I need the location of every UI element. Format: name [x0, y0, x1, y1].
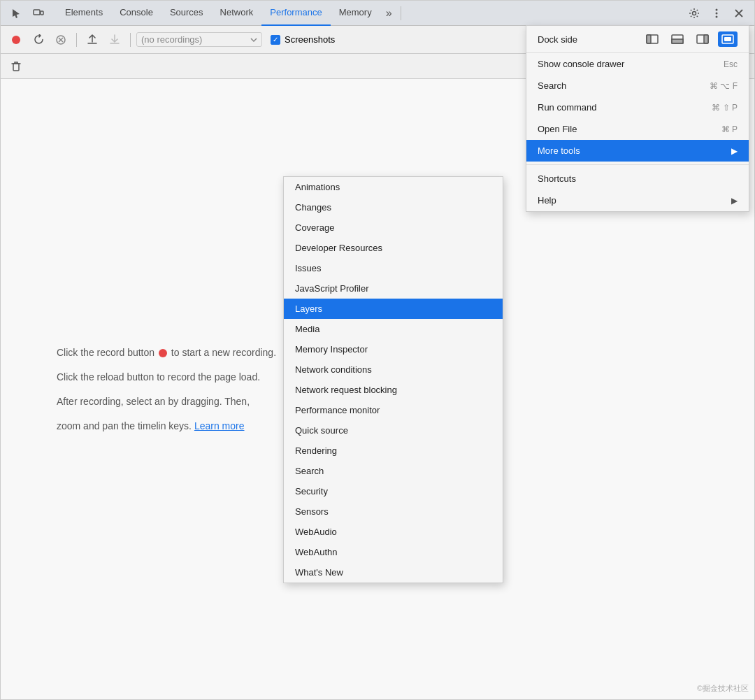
tab-console[interactable]: Console — [111, 1, 161, 26]
upload-button[interactable] — [82, 30, 102, 50]
menu-show-console-drawer[interactable]: Show console drawer Esc — [526, 53, 749, 75]
svg-point-2 — [693, 11, 696, 15]
dock-bottom-button[interactable] — [668, 31, 687, 47]
tab-separator — [401, 6, 401, 20]
more-tools-item-issues[interactable]: Issues — [284, 258, 503, 278]
instruction-line2: Click the reload button to record the pa… — [57, 365, 276, 390]
more-tools-item-network-conditions[interactable]: Network conditions — [284, 359, 503, 380]
svg-point-8 — [12, 36, 20, 44]
help-arrow: ▶ — [731, 196, 738, 206]
more-tools-item-search[interactable]: Search — [284, 461, 503, 481]
menu-open-file[interactable]: Open File ⌘ P — [526, 118, 749, 140]
instruction-line3: After recording, select an by dragging. … — [57, 390, 276, 414]
more-tools-item-sensors[interactable]: Sensors — [284, 501, 503, 522]
watermark: ©掘金技术社区 — [697, 680, 749, 697]
more-tools-item-webaudio[interactable]: WebAudio — [284, 522, 503, 542]
clear-button[interactable] — [6, 57, 26, 76]
tab-elements[interactable]: Elements — [57, 1, 111, 26]
screenshots-label[interactable]: ✓ Screenshots — [271, 34, 335, 45]
more-tools-item-memory-inspector[interactable]: Memory Inspector — [284, 339, 503, 359]
svg-rect-15 — [672, 39, 683, 43]
svg-rect-17 — [704, 35, 708, 43]
more-tools-item-security[interactable]: Security — [284, 481, 503, 501]
tab-bar: Elements Console Sources Network Perform… — [1, 1, 754, 26]
tab-performance[interactable]: Performance — [261, 1, 330, 26]
menu-run-command[interactable]: Run command ⌘ ⇧ P — [526, 97, 749, 118]
more-tools-item-webauthn[interactable]: WebAuthn — [284, 542, 503, 562]
devtools-main-menu[interactable]: Dock side — [526, 25, 749, 212]
recording-select[interactable]: (no recordings) — [136, 32, 262, 47]
screenshots-checkbox[interactable]: ✓ — [271, 35, 280, 45]
more-tools-item-javascript-profiler[interactable]: JavaScript Profiler — [284, 278, 503, 299]
dock-right-button[interactable] — [693, 31, 712, 47]
menu-shortcuts[interactable]: Shortcuts — [526, 168, 749, 190]
tab-memory[interactable]: Memory — [331, 1, 380, 26]
tab-network[interactable]: Network — [212, 1, 262, 26]
menu-search[interactable]: Search ⌘ ⌥ F — [526, 75, 749, 97]
more-tools-item-rendering[interactable]: Rendering — [284, 441, 503, 461]
more-tools-item-performance-monitor[interactable]: Performance monitor — [284, 400, 503, 420]
menu-more-tools[interactable]: More tools ▶ — [526, 140, 749, 162]
more-tools-item-media[interactable]: Media — [284, 319, 503, 339]
tab-settings — [684, 3, 749, 23]
more-tools-item-whats-new[interactable]: What's New — [284, 562, 503, 583]
instruction-line1: Click the record button to start a new r… — [57, 341, 276, 365]
svg-point-3 — [716, 8, 718, 10]
svg-rect-0 — [34, 10, 40, 15]
stop-button[interactable] — [51, 30, 71, 50]
svg-rect-1 — [41, 11, 43, 15]
tab-sources[interactable]: Sources — [161, 1, 212, 26]
instructions: Click the record button to start a new r… — [57, 341, 276, 438]
cursor-icon[interactable] — [6, 3, 26, 23]
more-tools-item-coverage[interactable]: Coverage — [284, 217, 503, 238]
kebab-menu-icon[interactable] — [707, 3, 726, 23]
more-tools-item-network-request-blocking[interactable]: Network request blocking — [284, 380, 503, 400]
download-button[interactable] — [105, 30, 124, 50]
menu-separator-1 — [526, 164, 749, 165]
more-tools-item-changes[interactable]: Changes — [284, 197, 503, 217]
dock-left-button[interactable] — [642, 31, 662, 47]
tab-more-btn[interactable]: » — [380, 1, 398, 26]
instruction-line4: zoom and pan the timelin keys. Learn mor… — [57, 414, 276, 438]
tab-icons — [6, 3, 48, 23]
svg-rect-13 — [647, 35, 651, 43]
learn-more-link[interactable]: Learn more — [194, 420, 245, 431]
svg-point-4 — [716, 12, 718, 14]
toolbar-separator-1 — [76, 33, 77, 47]
record-button[interactable] — [6, 30, 26, 50]
more-tools-item-animations[interactable]: Animations — [284, 177, 503, 197]
dock-undock-button[interactable] — [718, 31, 738, 47]
more-tools-arrow: ▶ — [731, 146, 738, 156]
menu-help[interactable]: Help ▶ — [526, 190, 749, 211]
more-tools-item-layers[interactable]: Layers — [284, 299, 503, 319]
toolbar-separator-2 — [130, 33, 131, 47]
more-tools-item-developer-resources[interactable]: Developer Resources — [284, 238, 503, 258]
settings-gear-icon[interactable] — [684, 3, 704, 23]
more-tools-submenu[interactable]: Animations Changes Coverage Developer Re… — [283, 176, 503, 583]
close-icon[interactable] — [729, 3, 749, 23]
device-toggle-icon[interactable] — [29, 3, 48, 23]
reload-button[interactable] — [29, 30, 48, 50]
svg-point-5 — [716, 15, 718, 17]
svg-rect-19 — [724, 37, 731, 41]
dock-side-row: Dock side — [526, 26, 749, 53]
more-tools-item-quick-source[interactable]: Quick source — [284, 420, 503, 441]
